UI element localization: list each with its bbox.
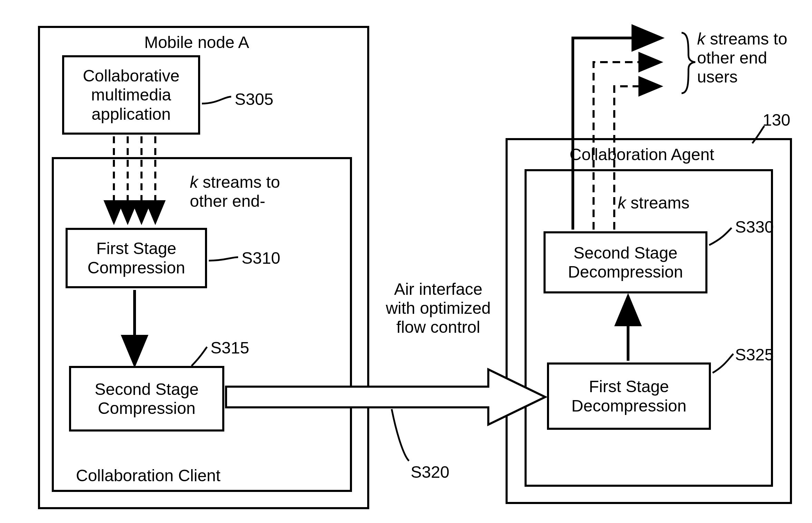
- top-right-k-rest: streams to other end users: [697, 30, 787, 86]
- collab-client-title: Collaboration Client: [76, 466, 242, 485]
- first-stage-compression-ref: S310: [242, 249, 280, 268]
- collab-agent-inner-box: [525, 169, 773, 487]
- second-stage-decompression-box: Second Stage Decompression: [544, 231, 707, 293]
- collab-app-box: Collaborative multimedia application: [62, 55, 200, 135]
- left-k-streams-note: k streams to other end-: [190, 173, 328, 211]
- diagram-canvas: Mobile node A Collaborative multimedia a…: [7, 7, 812, 523]
- second-stage-compression-box: Second Stage Compression: [69, 366, 224, 432]
- collab-agent-title: Collaboration Agent: [552, 145, 732, 164]
- collab-app-ref: S305: [235, 90, 273, 109]
- right-k-italic: k: [618, 194, 626, 212]
- top-right-k-streams-note: k streams to other end users: [697, 29, 812, 87]
- right-k-streams-note: k streams: [618, 193, 721, 212]
- second-stage-compression-label: Second Stage Compression: [95, 380, 199, 418]
- first-stage-compression-box: First Stage Compression: [66, 228, 207, 288]
- second-stage-compression-ref: S315: [211, 338, 249, 357]
- mobile-node-a-title: Mobile node A: [110, 33, 283, 52]
- collab-agent-ref: 130: [763, 110, 790, 129]
- left-k-rest: streams to other end-: [190, 173, 280, 210]
- second-stage-decompression-label: Second Stage Decompression: [568, 243, 683, 281]
- air-interface-label: Air interface with optimized flow contro…: [380, 280, 497, 337]
- air-interface-ref: S320: [411, 463, 449, 482]
- first-stage-decompression-label: First Stage Decompression: [571, 377, 686, 415]
- right-k-rest: streams: [626, 194, 689, 212]
- first-stage-decompression-box: First Stage Decompression: [547, 362, 711, 430]
- collab-app-label: Collaborative multimedia application: [83, 66, 179, 124]
- second-stage-decompression-ref: S330: [735, 217, 774, 236]
- first-stage-decompression-ref: S325: [735, 345, 774, 364]
- top-right-k-italic: k: [697, 30, 705, 48]
- first-stage-compression-label: First Stage Compression: [88, 239, 185, 277]
- left-k-italic: k: [190, 173, 198, 191]
